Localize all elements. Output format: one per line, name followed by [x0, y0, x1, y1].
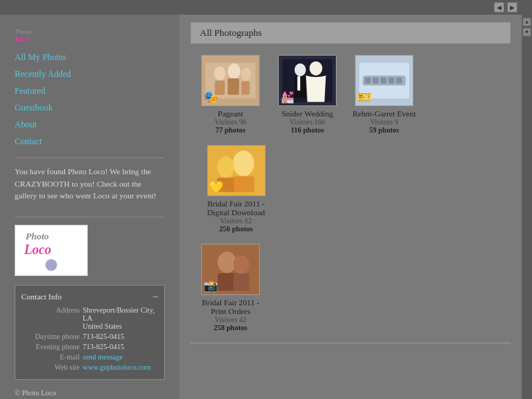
svg-point-15	[294, 64, 306, 77]
thumb-overlay-1: 💒	[280, 90, 295, 104]
evening-label: Evening phone	[21, 343, 80, 351]
contact-box-header: Contact Info –	[21, 291, 158, 302]
site-logo-svg: Photo loco	[15, 26, 51, 42]
scroll-arrows: ◀ ▶	[494, 2, 517, 12]
scroll-right-btn[interactable]: ▶	[507, 2, 517, 12]
photo-item-3[interactable]: 💛 Bridal Fair 2011 - Digital Download Vi…	[198, 145, 274, 233]
contact-row-daytime: Daytime phone 713-825-0415	[21, 332, 158, 340]
photo-info-3: Bridal Fair 2011 - Digital Download Visi…	[198, 199, 274, 233]
daytime-value: 713-825-0415	[83, 332, 124, 340]
contact-row-address: Address Shreveport/Bossier City, LA Unit…	[21, 306, 158, 330]
photo-count-4: 258 photos	[198, 324, 263, 332]
photo-count-2: 59 photos	[353, 126, 416, 134]
email-link[interactable]: send message	[83, 353, 123, 361]
svg-point-28	[233, 151, 254, 176]
svg-rect-11	[228, 78, 239, 94]
contact-collapse-btn[interactable]: –	[153, 291, 158, 302]
svg-rect-36	[233, 274, 249, 291]
svg-point-34	[233, 256, 249, 274]
photo-thumb-1: 💒	[278, 55, 337, 106]
email-label: E-mail	[21, 353, 80, 361]
photo-info-4: Bridal Fair 2011 - Print Orders Visitors…	[198, 298, 263, 332]
layout: Photo loco All My Photos Recently Added …	[0, 15, 532, 399]
photo-name-2: Rehm-Garret Event	[353, 109, 416, 118]
photo-visitors-3: Visitors 62	[198, 217, 274, 225]
photo-thumb-2: 🎫	[355, 55, 413, 106]
scroll-down-btn[interactable]: ▼	[522, 28, 531, 37]
scroll-left-btn[interactable]: ◀	[494, 2, 504, 12]
photo-count-0: 77 photos	[214, 126, 247, 134]
photo-item-2[interactable]: 🎫 Rehm-Garret Event Visitors 9 59 photos	[351, 55, 417, 134]
evening-value: 713-825-0415	[83, 343, 124, 351]
page-title-bar: All Photographs	[190, 22, 511, 44]
photo-thumb-3: 💛	[207, 145, 266, 196]
photo-item-4[interactable]: 📸 Bridal Fair 2011 - Print Orders Visito…	[198, 244, 263, 332]
sidebar-item-about[interactable]: About	[15, 116, 165, 133]
address-label: Address	[21, 306, 80, 330]
sidebar-divider-2	[15, 217, 165, 217]
scroll-up-btn[interactable]: ▲	[522, 18, 531, 26]
sidebar-item-all-photos[interactable]: All My Photos	[15, 49, 165, 66]
photo-name-1: Snider Wedding	[282, 109, 334, 118]
logo-box-svg: Photo Loco	[18, 225, 84, 272]
thumb-overlay-0: 🎭	[203, 90, 218, 104]
sidebar-item-recently-added[interactable]: Recently Added	[15, 66, 165, 83]
svg-rect-17	[297, 76, 300, 91]
svg-point-30	[217, 157, 233, 178]
svg-point-4	[45, 259, 57, 271]
photo-name-4: Bridal Fair 2011 - Print Orders	[198, 298, 263, 316]
sidebar-nav: All My Photos Recently Added Featured Gu…	[15, 49, 165, 150]
thumb-overlay-3: 💛	[209, 180, 224, 194]
main-content: All Photographs	[179, 15, 522, 399]
svg-rect-12	[241, 81, 250, 95]
photo-item-1[interactable]: 💒 Snider Wedding Visitors 166 116 photos	[274, 55, 340, 134]
photo-info-1: Snider Wedding Visitors 166 116 photos	[282, 109, 334, 134]
svg-point-8	[228, 64, 241, 79]
logo-box: Photo Loco	[15, 225, 88, 276]
svg-point-33	[217, 252, 236, 273]
photo-item-0[interactable]: 🎭 Pageant Visitors 96 77 photos	[198, 55, 263, 134]
svg-rect-23	[372, 78, 378, 83]
sidebar-item-featured[interactable]: Featured	[15, 83, 165, 100]
sidebar-description: You have found Photo Loco! We bring the …	[15, 165, 165, 202]
svg-point-7	[214, 67, 226, 81]
photo-thumb-0: 🎭	[201, 55, 260, 106]
copyright: © Photo Loco	[15, 389, 165, 397]
svg-rect-26	[397, 78, 402, 83]
photo-visitors-1: Visitors 166	[282, 118, 334, 126]
photo-name-0: Pageant	[214, 109, 247, 118]
svg-rect-25	[389, 78, 394, 83]
svg-point-18	[310, 61, 323, 76]
photo-count-3: 256 photos	[198, 225, 274, 233]
svg-text:Loco: Loco	[23, 242, 51, 257]
right-scrollbar: ▲ ▼	[522, 15, 532, 399]
contact-box: Contact Info – Address Shreveport/Bossie…	[15, 285, 165, 380]
sidebar-item-contact[interactable]: Contact	[15, 133, 165, 150]
photo-visitors-2: Visitors 9	[353, 118, 416, 126]
photo-thumb-4: 📸	[201, 244, 260, 295]
sidebar-item-guestbook[interactable]: Guestbook	[15, 100, 165, 116]
photo-visitors-0: Visitors 96	[214, 118, 247, 126]
svg-rect-24	[381, 78, 386, 83]
top-bar: ◀ ▶	[0, 0, 532, 15]
sidebar: Photo loco All My Photos Recently Added …	[0, 15, 179, 399]
thumb-overlay-4: 📸	[203, 279, 218, 293]
svg-rect-29	[233, 176, 254, 192]
sidebar-divider-1	[15, 157, 165, 158]
contact-box-title: Contact Info	[21, 292, 61, 301]
thumb-overlay-2: 🎫	[357, 90, 372, 104]
photo-name-3: Bridal Fair 2011 - Digital Download	[198, 199, 274, 217]
photo-count-1: 116 photos	[282, 126, 334, 134]
contact-row-evening: Evening phone 713-825-0415	[21, 343, 158, 351]
svg-text:Photo: Photo	[26, 231, 49, 242]
website-link[interactable]: www.gophotoloco.com	[83, 363, 151, 371]
photo-visitors-4: Visitors 42	[198, 316, 263, 324]
svg-point-9	[241, 67, 252, 81]
svg-text:loco: loco	[15, 34, 29, 42]
contact-row-email: E-mail send message	[21, 353, 158, 361]
photo-grid-row2: 📸 Bridal Fair 2011 - Print Orders Visito…	[190, 244, 511, 332]
page-title: All Photographs	[200, 27, 262, 38]
daytime-label: Daytime phone	[21, 332, 80, 340]
address-value: Shreveport/Bossier City, LA United State…	[83, 306, 158, 330]
logo-area: Photo loco	[15, 26, 165, 42]
